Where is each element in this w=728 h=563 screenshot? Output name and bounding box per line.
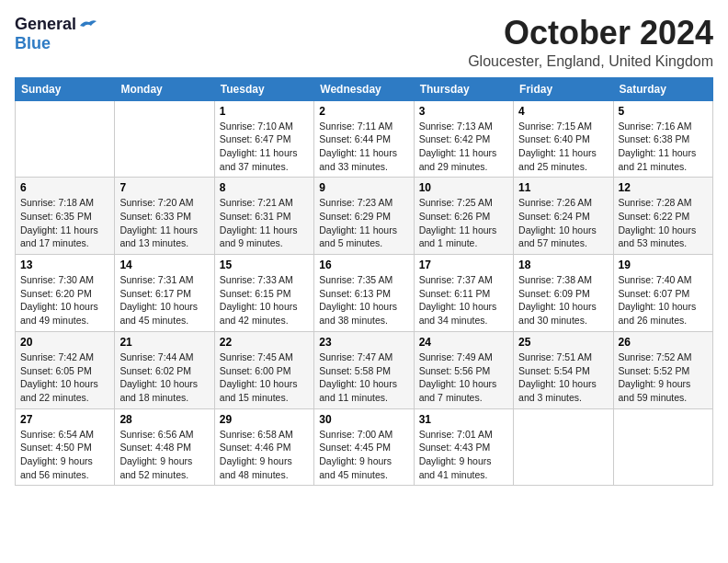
day-info: Sunrise: 7:18 AMSunset: 6:35 PMDaylight:… (20, 196, 109, 250)
day-info: Sunrise: 7:13 AMSunset: 6:42 PMDaylight:… (419, 120, 508, 174)
location-title: Gloucester, England, United Kingdom (468, 53, 713, 70)
day-number: 18 (518, 259, 608, 271)
day-number: 23 (319, 336, 408, 349)
day-info: Sunrise: 7:33 AMSunset: 6:15 PMDaylight:… (220, 273, 309, 327)
day-number: 10 (419, 181, 508, 194)
calendar-cell: 19Sunrise: 7:40 AMSunset: 6:07 PMDayligh… (613, 255, 712, 332)
day-number: 29 (220, 413, 309, 426)
calendar-cell: 8Sunrise: 7:21 AMSunset: 6:31 PMDaylight… (214, 178, 313, 255)
calendar-cell: 10Sunrise: 7:25 AMSunset: 6:26 PMDayligh… (414, 178, 513, 255)
weekday-header-sunday: Sunday (16, 77, 115, 100)
calendar-cell: 9Sunrise: 7:23 AMSunset: 6:29 PMDaylight… (314, 178, 414, 255)
day-info: Sunrise: 7:37 AMSunset: 6:11 PMDaylight:… (419, 273, 508, 327)
day-info: Sunrise: 7:26 AMSunset: 6:24 PMDaylight:… (518, 196, 608, 250)
day-info: Sunrise: 7:20 AMSunset: 6:33 PMDaylight:… (119, 196, 209, 250)
calendar-cell: 27Sunrise: 6:54 AMSunset: 4:50 PMDayligh… (16, 408, 115, 486)
calendar-cell (514, 408, 613, 486)
day-number: 20 (20, 336, 109, 349)
weekday-header-friday: Friday (514, 77, 613, 100)
calendar-cell: 20Sunrise: 7:42 AMSunset: 6:05 PMDayligh… (16, 331, 115, 408)
day-info: Sunrise: 7:52 AMSunset: 5:52 PMDaylight:… (619, 350, 708, 405)
day-info: Sunrise: 7:51 AMSunset: 5:54 PMDaylight:… (518, 350, 608, 405)
month-title: October 2024 (468, 15, 713, 52)
calendar-cell: 25Sunrise: 7:51 AMSunset: 5:54 PMDayligh… (514, 331, 613, 408)
calendar-table: SundayMondayTuesdayWednesdayThursdayFrid… (15, 77, 713, 487)
day-number: 1 (220, 105, 309, 118)
day-info: Sunrise: 7:38 AMSunset: 6:09 PMDaylight:… (518, 273, 608, 327)
day-info: Sunrise: 7:01 AMSunset: 4:43 PMDaylight:… (419, 428, 508, 482)
weekday-header-tuesday: Tuesday (214, 77, 313, 100)
day-info: Sunrise: 6:58 AMSunset: 4:46 PMDaylight:… (220, 428, 309, 482)
calendar-cell: 24Sunrise: 7:49 AMSunset: 5:56 PMDayligh… (414, 331, 513, 408)
day-number: 28 (119, 413, 209, 426)
day-number: 19 (619, 259, 708, 271)
day-number: 14 (119, 259, 209, 271)
day-number: 9 (319, 181, 408, 194)
day-info: Sunrise: 7:31 AMSunset: 6:17 PMDaylight:… (119, 273, 209, 327)
logo-general: General (15, 15, 76, 34)
calendar-cell: 30Sunrise: 7:00 AMSunset: 4:45 PMDayligh… (314, 408, 414, 486)
title-area: October 2024 Gloucester, England, United… (468, 15, 713, 70)
day-number: 17 (419, 259, 508, 271)
day-info: Sunrise: 7:25 AMSunset: 6:26 PMDaylight:… (419, 196, 508, 250)
day-info: Sunrise: 7:11 AMSunset: 6:44 PMDaylight:… (319, 120, 408, 174)
calendar-cell: 15Sunrise: 7:33 AMSunset: 6:15 PMDayligh… (214, 255, 313, 332)
day-number: 15 (220, 259, 309, 271)
weekday-header-monday: Monday (115, 77, 214, 100)
calendar-cell: 3Sunrise: 7:13 AMSunset: 6:42 PMDaylight… (414, 100, 513, 178)
day-info: Sunrise: 7:35 AMSunset: 6:13 PMDaylight:… (319, 273, 408, 327)
calendar-cell: 4Sunrise: 7:15 AMSunset: 6:40 PMDaylight… (514, 100, 613, 178)
calendar-cell: 21Sunrise: 7:44 AMSunset: 6:02 PMDayligh… (115, 331, 214, 408)
calendar-cell: 13Sunrise: 7:30 AMSunset: 6:20 PMDayligh… (16, 255, 115, 332)
day-info: Sunrise: 7:23 AMSunset: 6:29 PMDaylight:… (319, 196, 408, 250)
weekday-header-thursday: Thursday (414, 77, 513, 100)
day-info: Sunrise: 7:15 AMSunset: 6:40 PMDaylight:… (518, 120, 608, 174)
day-number: 13 (20, 259, 109, 271)
day-number: 22 (220, 336, 309, 349)
day-number: 4 (518, 105, 608, 118)
calendar-cell: 28Sunrise: 6:56 AMSunset: 4:48 PMDayligh… (115, 408, 214, 486)
weekday-header-wednesday: Wednesday (314, 77, 414, 100)
calendar-cell: 29Sunrise: 6:58 AMSunset: 4:46 PMDayligh… (214, 408, 313, 486)
day-info: Sunrise: 7:00 AMSunset: 4:45 PMDaylight:… (319, 428, 408, 482)
calendar-week-5: 27Sunrise: 6:54 AMSunset: 4:50 PMDayligh… (16, 408, 713, 486)
calendar-cell: 31Sunrise: 7:01 AMSunset: 4:43 PMDayligh… (414, 408, 513, 486)
day-number: 16 (319, 259, 408, 271)
calendar-cell: 14Sunrise: 7:31 AMSunset: 6:17 PMDayligh… (115, 255, 214, 332)
day-info: Sunrise: 6:56 AMSunset: 4:48 PMDaylight:… (119, 428, 209, 482)
calendar-cell: 22Sunrise: 7:45 AMSunset: 6:00 PMDayligh… (214, 331, 313, 408)
header: General Blue October 2024 Gloucester, En… (15, 15, 713, 70)
logo-blue: Blue (15, 34, 51, 53)
day-info: Sunrise: 7:10 AMSunset: 6:47 PMDaylight:… (220, 120, 309, 174)
day-number: 24 (419, 336, 508, 349)
day-info: Sunrise: 7:45 AMSunset: 6:00 PMDaylight:… (220, 350, 309, 405)
calendar-cell: 17Sunrise: 7:37 AMSunset: 6:11 PMDayligh… (414, 255, 513, 332)
day-number: 30 (319, 413, 408, 426)
calendar-cell: 6Sunrise: 7:18 AMSunset: 6:35 PMDaylight… (16, 178, 115, 255)
day-info: Sunrise: 7:42 AMSunset: 6:05 PMDaylight:… (20, 350, 109, 405)
weekday-header-saturday: Saturday (613, 77, 712, 100)
day-info: Sunrise: 6:54 AMSunset: 4:50 PMDaylight:… (20, 428, 109, 482)
day-number: 3 (419, 105, 508, 118)
day-number: 8 (220, 181, 309, 194)
calendar-cell: 11Sunrise: 7:26 AMSunset: 6:24 PMDayligh… (514, 178, 613, 255)
calendar-cell: 7Sunrise: 7:20 AMSunset: 6:33 PMDaylight… (115, 178, 214, 255)
day-info: Sunrise: 7:21 AMSunset: 6:31 PMDaylight:… (220, 196, 309, 250)
day-number: 6 (20, 181, 109, 194)
day-info: Sunrise: 7:47 AMSunset: 5:58 PMDaylight:… (319, 350, 408, 405)
day-info: Sunrise: 7:40 AMSunset: 6:07 PMDaylight:… (619, 273, 708, 327)
calendar-week-3: 13Sunrise: 7:30 AMSunset: 6:20 PMDayligh… (16, 255, 713, 332)
calendar-cell: 5Sunrise: 7:16 AMSunset: 6:38 PMDaylight… (613, 100, 712, 178)
calendar-week-2: 6Sunrise: 7:18 AMSunset: 6:35 PMDaylight… (16, 178, 713, 255)
logo-bird-icon (78, 18, 98, 33)
day-info: Sunrise: 7:44 AMSunset: 6:02 PMDaylight:… (119, 350, 209, 405)
day-number: 5 (619, 105, 708, 118)
logo: General Blue (15, 15, 98, 53)
day-number: 11 (518, 181, 608, 194)
day-number: 27 (20, 413, 109, 426)
day-number: 7 (119, 181, 209, 194)
calendar-cell: 26Sunrise: 7:52 AMSunset: 5:52 PMDayligh… (613, 331, 712, 408)
day-info: Sunrise: 7:30 AMSunset: 6:20 PMDaylight:… (20, 273, 109, 327)
calendar-cell: 18Sunrise: 7:38 AMSunset: 6:09 PMDayligh… (514, 255, 613, 332)
calendar-cell: 12Sunrise: 7:28 AMSunset: 6:22 PMDayligh… (613, 178, 712, 255)
